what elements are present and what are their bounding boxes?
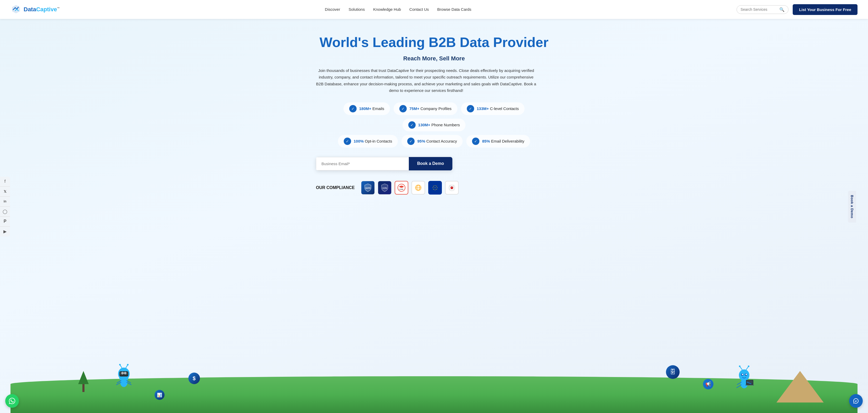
svg-text:CASL: CASL <box>399 188 404 190</box>
nav-knowledge-hub[interactable]: Knowledge Hub <box>373 7 401 12</box>
nav-links: Discover Solutions Knowledge Hub Contact… <box>325 7 471 12</box>
svg-point-11 <box>435 185 435 186</box>
check-icon-deliverability: ✓ <box>472 138 479 145</box>
hero-title: World's Leading B2B Data Provider <box>316 35 552 51</box>
social-twitter-x[interactable]: 𝕏 <box>0 187 10 197</box>
svg-point-30 <box>120 378 127 387</box>
compliance-can-spam <box>445 181 459 195</box>
list-business-button[interactable]: List Your Business For Free <box>793 4 858 15</box>
antispam-icon <box>413 183 423 193</box>
stats-grid: ✓ 180M+ Emails ✓ 75M+ Company Profiles ✓… <box>316 102 552 148</box>
hero-bottom-scene: $ 📊 <box>10 355 858 413</box>
hero-subtitle: Reach More, Sell More <box>316 55 552 62</box>
navbar: DataCaptive™ Discover Solutions Knowledg… <box>0 0 868 19</box>
speaker-icon-float: 📢 <box>703 379 713 389</box>
compliance-gdpr: GDPR <box>361 181 375 195</box>
svg-point-41 <box>745 374 747 375</box>
mountain <box>776 371 824 403</box>
svg-point-15 <box>433 186 433 186</box>
hero-content: World's Leading B2B Data Provider Reach … <box>316 35 552 205</box>
whatsapp-icon <box>8 397 16 405</box>
compliance-logos: GDPR CCPA CASL <box>361 181 459 195</box>
check-icon-accuracy: ✓ <box>407 138 414 145</box>
stat-accuracy-text: 95% Contact Accuracy <box>417 139 457 143</box>
compliance-casl: CASL <box>395 181 408 195</box>
logo-text: DataCaptive™ <box>24 6 60 13</box>
svg-point-13 <box>432 187 433 188</box>
email-form: Book a Demo <box>316 157 453 170</box>
stat-optin-text: 100% Opt-in Contacts <box>354 139 392 143</box>
svg-point-18 <box>436 189 437 189</box>
nav-solutions[interactable]: Solutions <box>348 7 365 12</box>
svg-point-10 <box>435 187 435 188</box>
ccpa-icon: CCPA <box>380 183 390 193</box>
nav-discover[interactable]: Discover <box>325 7 340 12</box>
book-demo-sidebar[interactable]: Book a Demo <box>848 190 856 223</box>
svg-point-45 <box>748 365 749 367</box>
stat-accuracy: ✓ 95% Contact Accuracy <box>401 135 463 148</box>
ant-right-svg <box>732 364 756 393</box>
database-icon-float: 🗄 <box>666 365 680 379</box>
stat-emails-text: 180M+ Emails <box>359 106 384 111</box>
svg-line-52 <box>737 385 742 388</box>
social-pinterest[interactable]: P <box>0 216 10 227</box>
stat-deliverability-text: 85% Email Deliverability <box>482 139 524 143</box>
mascot-ant-right <box>732 364 756 397</box>
svg-rect-49 <box>745 385 754 385</box>
whatsapp-button[interactable] <box>5 394 19 408</box>
stats-row-2: ✓ 100% Opt-in Contacts ✓ 95% Contact Acc… <box>338 135 530 148</box>
mascot-ant-left <box>112 363 136 397</box>
dollar-icon-float: $ <box>188 373 200 384</box>
stat-clevel-text: 133M+ C-level Contacts <box>477 106 519 111</box>
check-icon-optin: ✓ <box>344 138 351 145</box>
stat-deliverability: ✓ 85% Email Deliverability <box>466 135 530 148</box>
svg-point-17 <box>433 189 433 189</box>
grass-background <box>10 376 858 413</box>
svg-text:GDPR: GDPR <box>365 187 370 189</box>
hero-description: Join thousands of businesses that trust … <box>316 67 536 94</box>
nav-contact-us[interactable]: Contact Us <box>409 7 429 12</box>
stat-emails: ✓ 180M+ Emails <box>343 102 390 115</box>
nav-right: 🔍 List Your Business For Free <box>737 4 858 15</box>
compliance-antispam <box>411 181 425 195</box>
svg-point-40 <box>742 374 743 375</box>
social-linkedin[interactable]: in <box>0 197 10 207</box>
search-input[interactable] <box>741 7 777 11</box>
svg-point-12 <box>435 189 435 190</box>
search-bar[interactable]: 🔍 <box>737 5 788 14</box>
search-button[interactable]: 🔍 <box>779 7 784 12</box>
nav-browse-data-cards[interactable]: Browse Data Cards <box>437 7 471 12</box>
gdpr-icon: GDPR <box>363 183 373 193</box>
svg-point-36 <box>124 372 126 375</box>
stats-row-1: ✓ 180M+ Emails ✓ 75M+ Company Profiles ✓… <box>316 102 552 131</box>
social-sidebar: f 𝕏 in ◯ P ▶ <box>0 177 10 237</box>
svg-point-14 <box>437 187 437 188</box>
email-input[interactable] <box>316 157 409 170</box>
chat-widget-button[interactable] <box>849 394 863 408</box>
check-icon-emails: ✓ <box>349 105 356 112</box>
svg-point-16 <box>436 186 437 186</box>
ant-left-svg <box>112 363 136 392</box>
compliance-ccpa: CCPA <box>378 181 392 195</box>
eu-icon <box>430 183 440 193</box>
svg-point-44 <box>739 365 741 367</box>
compliance-label: OUR COMPLIANCE <box>316 185 355 190</box>
stat-company: ✓ 75M+ Company Profiles <box>394 102 457 115</box>
svg-point-29 <box>127 364 129 365</box>
tree-left <box>78 371 89 392</box>
social-facebook[interactable]: f <box>0 177 10 187</box>
svg-text:CCPA: CCPA <box>382 187 387 189</box>
can-spam-icon <box>447 183 457 193</box>
stat-phone-text: 130M+ Phone Numbers <box>418 123 460 127</box>
logo[interactable]: DataCaptive™ <box>10 4 60 15</box>
chat-icon <box>853 398 859 404</box>
compliance-section: OUR COMPLIANCE GDPR CCPA <box>316 181 552 195</box>
svg-point-28 <box>119 364 121 365</box>
check-icon-clevel: ✓ <box>467 105 474 112</box>
social-youtube[interactable]: ▶ <box>0 227 10 237</box>
social-instagram[interactable]: ◯ <box>0 207 10 216</box>
hero-section: World's Leading B2B Data Provider Reach … <box>0 19 868 413</box>
svg-point-35 <box>121 372 124 375</box>
book-demo-button[interactable]: Book a Demo <box>409 157 453 170</box>
chart-icon-float: 📊 <box>155 390 164 400</box>
